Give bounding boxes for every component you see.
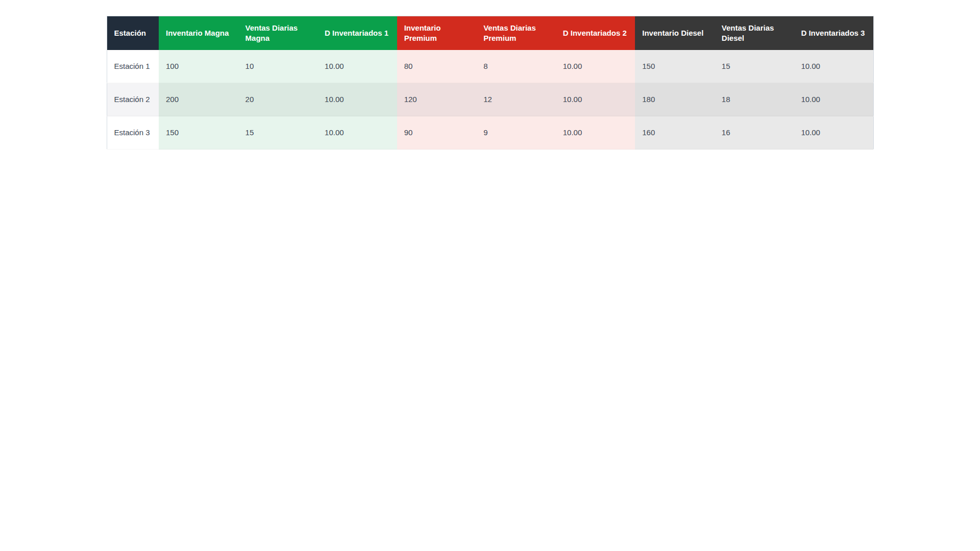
- cell-inventario-magna: 150: [159, 116, 238, 149]
- cell-ventas-diarias-magna: 20: [238, 83, 318, 116]
- cell-d-inventariados-2: 10.00: [556, 116, 635, 149]
- column-header-d-inventariados-2: D Inventariados 2: [556, 16, 635, 50]
- cell-d-inventariados-1: 10.00: [317, 50, 397, 83]
- cell-d-inventariados-1: 10.00: [317, 83, 397, 116]
- cell-ventas-diarias-premium: 9: [476, 116, 556, 149]
- station-inventory-table: Estación Inventario Magna Ventas Diarias…: [107, 16, 874, 149]
- cell-ventas-diarias-magna: 10: [238, 50, 318, 83]
- column-header-ventas-diarias-diesel: Ventas Diarias Diesel: [715, 16, 794, 50]
- cell-ventas-diarias-diesel: 18: [715, 83, 794, 116]
- column-header-d-inventariados-3: D Inventariados 3: [794, 16, 873, 50]
- table-row: Estación 1 100 10 10.00 80 8 10.00 150 1…: [107, 50, 873, 83]
- cell-d-inventariados-1: 10.00: [317, 116, 397, 149]
- column-header-inventario-magna: Inventario Magna: [159, 16, 238, 50]
- cell-d-inventariados-2: 10.00: [556, 50, 635, 83]
- column-header-inventario-diesel: Inventario Diesel: [635, 16, 715, 50]
- cell-inventario-diesel: 150: [635, 50, 715, 83]
- cell-inventario-diesel: 180: [635, 83, 715, 116]
- cell-station-name: Estación 1: [107, 50, 159, 83]
- column-header-ventas-diarias-premium: Ventas Diarias Premium: [476, 16, 556, 50]
- cell-inventario-premium: 80: [397, 50, 477, 83]
- cell-d-inventariados-2: 10.00: [556, 83, 635, 116]
- column-header-ventas-diarias-magna: Ventas Diarias Magna: [238, 16, 318, 50]
- cell-d-inventariados-3: 10.00: [794, 116, 873, 149]
- cell-inventario-magna: 100: [159, 50, 238, 83]
- table-row: Estación 2 200 20 10.00 120 12 10.00 180…: [107, 83, 873, 116]
- cell-inventario-premium: 90: [397, 116, 477, 149]
- cell-ventas-diarias-premium: 12: [476, 83, 556, 116]
- cell-station-name: Estación 3: [107, 116, 159, 149]
- column-header-inventario-premium: Inventario Premium: [397, 16, 477, 50]
- column-header-d-inventariados-1: D Inventariados 1: [317, 16, 397, 50]
- cell-ventas-diarias-diesel: 15: [715, 50, 794, 83]
- table-row: Estación 3 150 15 10.00 90 9 10.00 160 1…: [107, 116, 873, 149]
- cell-station-name: Estación 2: [107, 83, 159, 116]
- page: Estación Inventario Magna Ventas Diarias…: [0, 0, 980, 149]
- cell-inventario-premium: 120: [397, 83, 477, 116]
- column-header-estacion: Estación: [107, 16, 159, 50]
- cell-ventas-diarias-diesel: 16: [715, 116, 794, 149]
- cell-ventas-diarias-premium: 8: [476, 50, 556, 83]
- cell-ventas-diarias-magna: 15: [238, 116, 318, 149]
- cell-d-inventariados-3: 10.00: [794, 83, 873, 116]
- cell-inventario-diesel: 160: [635, 116, 715, 149]
- header-row: Estación Inventario Magna Ventas Diarias…: [107, 16, 873, 50]
- cell-d-inventariados-3: 10.00: [794, 50, 873, 83]
- cell-inventario-magna: 200: [159, 83, 238, 116]
